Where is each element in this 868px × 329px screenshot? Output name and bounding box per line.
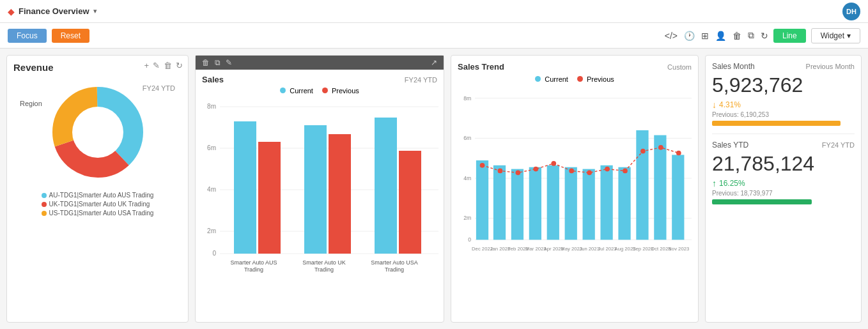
revenue-plus-icon[interactable]: + — [144, 61, 149, 70]
trend-line-previous — [483, 148, 679, 172]
sales-link-icon[interactable]: ↗ — [431, 58, 437, 67]
legend-item-uk: UK-TDG1|Smarter Auto UK Trading — [42, 201, 154, 208]
sales-ytd-value: 21,785,124 — [712, 152, 855, 176]
svg-point-3 — [72, 107, 123, 158]
trend-bar-7 — [600, 165, 612, 240]
trend-dot-6 — [587, 170, 592, 175]
toolbar: Focus Reset </> 🕐 ⊞ 👤 🗑 ⧉ ↻ Line Widget … — [0, 23, 868, 49]
sales-month-period: Previous Month — [806, 63, 855, 70]
app-title: Finance Overview — [19, 6, 89, 16]
sales-period: FY24 YTD — [405, 76, 437, 84]
legend-previous: Previous — [322, 87, 359, 95]
svg-text:0: 0 — [468, 236, 471, 243]
trend-dot-4 — [551, 161, 556, 166]
legend-circle-previous — [322, 88, 328, 93]
trend-dot-2 — [516, 170, 521, 175]
sales-legend: Current Previous — [202, 87, 437, 95]
sales-month-label: Sales Month — [712, 62, 755, 71]
sales-panel-header: 🗑 ⧉ ✎ ↗ — [196, 56, 444, 70]
trend-dot-7 — [605, 167, 610, 172]
trend-dot-8 — [623, 169, 628, 174]
table-icon[interactable]: ⊞ — [701, 31, 709, 41]
trend-dot-5 — [569, 169, 574, 174]
revenue-edit-icon[interactable]: ✎ — [153, 61, 160, 70]
sales-bar-chart: 8m 6m 4m 2m 0 Smarter Auto AUS Trading — [202, 97, 438, 270]
toolbar-icons: </> 🕐 ⊞ 👤 🗑 ⧉ ↻ — [665, 30, 768, 41]
donut-legend: AU-TDG1|Smarter Auto AUS Trading UK-TDG1… — [42, 192, 154, 218]
svg-text:6m: 6m — [207, 144, 216, 151]
trend-bar-0 — [476, 160, 488, 240]
trend-title: Sales Trend — [458, 62, 504, 72]
trend-period: Custom — [667, 63, 692, 71]
sales-ytd-bar — [712, 199, 812, 204]
svg-text:4m: 4m — [207, 186, 216, 193]
trend-bar-4 — [547, 165, 559, 240]
trend-circle-previous — [577, 76, 583, 82]
trend-header: Sales Trend Custom — [458, 62, 692, 72]
person-icon[interactable]: 👤 — [715, 31, 726, 41]
trend-panel: Sales Trend Custom Current Previous 8m 6… — [451, 55, 699, 323]
kpi-sales-month: Sales Month Previous Month 5,923,762 ↓ 4… — [712, 62, 855, 126]
kpi-divider — [712, 134, 855, 134]
trend-dot-0 — [480, 163, 485, 168]
widget-button[interactable]: Widget ▾ — [811, 28, 860, 43]
region-label: Region — [20, 100, 42, 107]
focus-button[interactable]: Focus — [8, 29, 47, 43]
sales-panel: 🗑 ⧉ ✎ ↗ Sales FY24 YTD Current Previous — [195, 55, 444, 323]
bar-aus-previous — [258, 142, 281, 254]
revenue-period: FY24 YTD — [143, 84, 175, 92]
revenue-refresh-icon[interactable]: ↻ — [176, 61, 183, 70]
sales-delete-icon[interactable]: 🗑 — [202, 58, 210, 67]
sales-month-prev: Previous: 6,190,253 — [712, 111, 855, 118]
svg-text:Smarter Auto UK: Smarter Auto UK — [302, 259, 346, 266]
reset-button[interactable]: Reset — [52, 29, 89, 43]
code-icon[interactable]: </> — [665, 31, 678, 41]
kpi-sales-ytd: Sales YTD FY24 YTD 21,785,124 ↑ 16.25% P… — [712, 141, 855, 204]
svg-text:4m: 4m — [463, 175, 471, 181]
revenue-delete-icon[interactable]: 🗑 — [164, 61, 172, 70]
copy-icon[interactable]: ⧉ — [748, 30, 754, 41]
trend-dot-3 — [533, 167, 538, 172]
svg-text:2m: 2m — [463, 215, 471, 221]
svg-text:Trading: Trading — [314, 266, 334, 273]
user-avatar[interactable]: DH — [842, 3, 860, 20]
sales-month-bar — [712, 121, 841, 126]
donut-container: AU-TDG1|Smarter Auto AUS Trading UK-TDG1… — [13, 78, 182, 218]
svg-text:Jul 2023: Jul 2023 — [598, 246, 617, 252]
trend-bar-2 — [511, 169, 523, 240]
trend-bar-8 — [618, 167, 630, 240]
sales-ytd-label: Sales YTD — [712, 141, 748, 149]
sales-month-pct: 4.31% — [719, 100, 741, 109]
sales-copy-icon[interactable]: ⧉ — [215, 58, 221, 67]
clock-icon[interactable]: 🕐 — [684, 31, 695, 41]
sales-edit-icon[interactable]: ✎ — [226, 58, 232, 67]
trend-bar-10 — [654, 135, 666, 240]
trend-dot-11 — [676, 151, 681, 156]
trend-bar-6 — [583, 169, 595, 240]
svg-text:2m: 2m — [207, 227, 216, 234]
legend-dot-us — [42, 211, 47, 216]
trend-legend-previous: Previous — [577, 75, 614, 83]
svg-text:0: 0 — [212, 250, 216, 257]
sales-month-value: 5,923,762 — [712, 73, 855, 97]
bar-uk-previous — [329, 134, 351, 254]
svg-text:6m: 6m — [463, 135, 471, 141]
kpi-panel: Sales Month Previous Month 5,923,762 ↓ 4… — [705, 55, 862, 323]
sales-month-change: ↓ 4.31% — [712, 100, 855, 110]
trend-bar-3 — [529, 167, 541, 240]
trash-icon[interactable]: 🗑 — [732, 31, 741, 41]
svg-text:8m: 8m — [463, 95, 471, 102]
svg-text:Trading: Trading — [385, 266, 404, 273]
main-content: + ✎ 🗑 ↻ Revenue Region FY24 YTD — [0, 49, 868, 329]
widget-caret-icon: ▾ — [847, 31, 851, 40]
caret-icon[interactable]: ▾ — [93, 7, 97, 15]
svg-text:Smarter Auto USA: Smarter Auto USA — [371, 259, 418, 266]
trend-legend: Current Previous — [458, 75, 692, 83]
line-button[interactable]: Line — [773, 29, 806, 43]
legend-item-au: AU-TDG1|Smarter Auto AUS Trading — [42, 192, 154, 199]
sales-ytd-period: FY24 YTD — [822, 141, 855, 149]
donut-chart — [43, 78, 152, 187]
sales-ytd-pct: 16.25% — [719, 179, 745, 188]
bar-aus-current — [234, 121, 256, 254]
refresh-icon[interactable]: ↻ — [761, 31, 768, 41]
